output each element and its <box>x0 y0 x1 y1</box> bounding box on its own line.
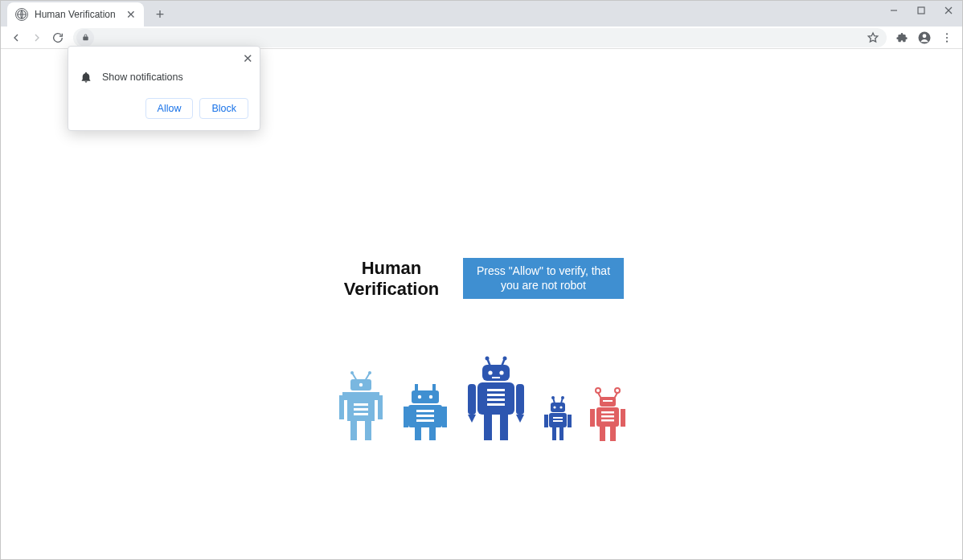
page-content: Human Verification Press "Allow" to veri… <box>2 258 961 442</box>
svg-rect-35 <box>416 410 434 412</box>
svg-rect-45 <box>516 384 524 415</box>
svg-rect-54 <box>487 403 505 406</box>
svg-rect-82 <box>601 419 614 422</box>
robot-icon <box>588 386 627 442</box>
tab-close-icon[interactable]: ✕ <box>126 8 136 21</box>
svg-rect-44 <box>468 384 476 415</box>
forward-button[interactable] <box>27 27 47 48</box>
svg-rect-36 <box>416 415 434 417</box>
svg-rect-62 <box>568 415 572 427</box>
browser-titlebar: Human Verification ✕ + <box>1 1 962 27</box>
globe-icon <box>15 8 28 21</box>
reload-button[interactable] <box>47 27 68 48</box>
svg-rect-79 <box>603 400 613 402</box>
svg-point-49 <box>499 370 503 374</box>
svg-point-69 <box>596 388 600 393</box>
svg-rect-51 <box>487 389 505 391</box>
window-controls <box>880 1 962 20</box>
profile-icon[interactable] <box>914 27 935 48</box>
svg-rect-29 <box>404 407 408 427</box>
svg-rect-81 <box>601 415 614 418</box>
svg-rect-53 <box>487 399 505 401</box>
svg-point-65 <box>553 406 555 408</box>
robot-icon <box>336 370 386 442</box>
svg-point-6 <box>923 34 927 38</box>
popup-close-icon[interactable]: ✕ <box>243 51 253 66</box>
robot-icon <box>543 395 572 442</box>
robot-illustration <box>336 355 627 442</box>
svg-rect-47 <box>500 415 508 440</box>
new-tab-button[interactable]: + <box>149 3 171 26</box>
svg-rect-59 <box>551 403 565 412</box>
svg-rect-23 <box>354 408 368 411</box>
svg-rect-64 <box>559 427 563 440</box>
menu-icon[interactable] <box>936 27 957 48</box>
svg-rect-32 <box>429 427 436 440</box>
svg-point-48 <box>488 370 492 374</box>
svg-rect-61 <box>544 415 548 427</box>
address-bar[interactable] <box>73 28 887 47</box>
page-viewport: ✕ Show notifications Allow Block Human V… <box>2 49 961 558</box>
svg-point-66 <box>559 406 562 408</box>
svg-rect-17 <box>339 395 344 419</box>
svg-rect-22 <box>354 403 368 406</box>
bookmark-star-icon[interactable] <box>863 31 883 44</box>
svg-rect-26 <box>432 384 436 390</box>
instruction-banner: Press "Allow" to verify, that you are no… <box>463 258 624 299</box>
robot-icon <box>402 384 449 442</box>
lock-icon[interactable] <box>76 29 94 47</box>
svg-rect-2 <box>918 7 924 14</box>
svg-rect-63 <box>552 427 556 440</box>
svg-rect-52 <box>487 394 505 396</box>
svg-point-8 <box>946 36 948 38</box>
svg-rect-76 <box>621 409 625 427</box>
minimize-icon[interactable] <box>880 1 908 20</box>
svg-point-7 <box>946 33 948 35</box>
svg-rect-19 <box>350 421 357 440</box>
svg-rect-24 <box>354 413 368 415</box>
svg-rect-31 <box>415 427 421 440</box>
svg-rect-15 <box>342 392 379 400</box>
svg-point-33 <box>418 395 421 399</box>
svg-rect-50 <box>492 377 500 378</box>
svg-rect-80 <box>601 411 614 414</box>
svg-rect-25 <box>415 384 418 390</box>
browser-tab[interactable]: Human Verification ✕ <box>7 2 144 27</box>
extensions-icon[interactable] <box>891 27 912 48</box>
svg-rect-75 <box>590 409 595 427</box>
back-button[interactable] <box>6 27 27 48</box>
block-button[interactable]: Block <box>199 98 248 119</box>
svg-point-34 <box>429 395 432 399</box>
svg-rect-30 <box>442 407 447 427</box>
svg-point-70 <box>615 388 620 393</box>
svg-rect-46 <box>484 415 492 440</box>
robot-icon <box>465 355 527 442</box>
maximize-icon[interactable] <box>908 1 935 20</box>
svg-rect-78 <box>610 427 616 441</box>
svg-point-21 <box>359 383 363 386</box>
popup-text: Show notifications <box>102 72 183 83</box>
svg-rect-20 <box>365 421 371 440</box>
address-input[interactable] <box>94 31 863 43</box>
close-window-icon[interactable] <box>935 1 962 20</box>
page-heading: Human Verification <box>339 258 444 299</box>
svg-point-9 <box>946 40 948 42</box>
bell-icon <box>80 71 92 84</box>
svg-rect-27 <box>412 390 439 403</box>
svg-rect-67 <box>553 417 563 419</box>
svg-rect-68 <box>553 420 563 422</box>
allow-button[interactable]: Allow <box>145 98 194 119</box>
tab-title: Human Verification <box>35 9 121 20</box>
svg-rect-18 <box>378 395 383 419</box>
svg-rect-77 <box>600 427 605 441</box>
notification-permission-popup: ✕ Show notifications Allow Block <box>68 46 260 131</box>
svg-rect-37 <box>416 419 434 422</box>
